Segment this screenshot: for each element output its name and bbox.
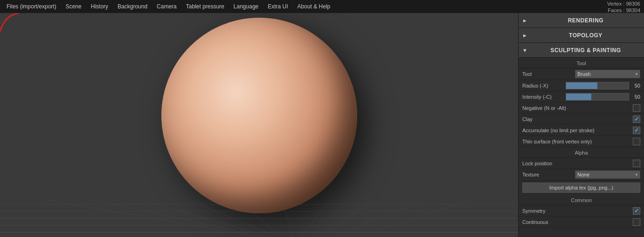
language-menu[interactable]: Language [229, 1, 263, 12]
radius-label: Radius (-X) [522, 83, 566, 88]
scene-menu[interactable]: Scene [61, 1, 86, 12]
about-help-menu[interactable]: About & Help [293, 1, 335, 12]
sculpting-section-header[interactable]: ▼ SCULPTING & PAINTING [519, 43, 644, 58]
lock-position-row: Lock position [519, 158, 644, 169]
alpha-section-label: Alpha [519, 147, 644, 158]
right-panel: ► RENDERING ► TOPOLOGY ▼ SCULPTING & PAI… [518, 13, 644, 237]
symmetry-checkbox[interactable] [633, 207, 640, 215]
topology-arrow: ► [522, 33, 527, 38]
viewport[interactable] [0, 13, 518, 237]
continuous-label: Continuous [522, 219, 633, 225]
tool-row: Tool Brush Flatten Smooth Pinch Crease [519, 68, 644, 80]
thin-surface-label: Thin surface (front vertex only) [522, 139, 633, 144]
rendering-section-header[interactable]: ► RENDERING [519, 13, 644, 28]
lock-position-checkbox[interactable] [633, 160, 640, 167]
thin-surface-control [633, 138, 640, 145]
negative-label: Negative (N or -Alt) [522, 105, 633, 111]
common-section-label: Common [519, 195, 644, 205]
radius-slider[interactable] [566, 82, 629, 89]
history-menu[interactable]: History [86, 1, 113, 12]
radius-fill [566, 82, 597, 89]
continuous-control [633, 218, 640, 226]
background-menu[interactable]: Background [113, 1, 152, 12]
texture-select-wrapper: None Texture 1 Texture 2 [575, 170, 640, 179]
3d-sphere [161, 18, 357, 213]
intensity-fill [566, 94, 591, 100]
lock-position-label: Lock position [522, 161, 633, 166]
topology-section-header[interactable]: ► TOPOLOGY [519, 28, 644, 43]
accumulate-label: Accumulate (no limit per stroke) [522, 128, 633, 133]
menu-bar: Files (import/export) Scene History Back… [0, 0, 644, 13]
radius-row: Radius (-X) 50 [519, 80, 644, 91]
lock-position-control [633, 160, 640, 167]
accumulate-control [633, 127, 640, 134]
clay-control [633, 115, 640, 123]
radius-value: 50 [631, 83, 640, 88]
tablet-pressure-menu[interactable]: Tablet pressure [181, 1, 229, 12]
vertex-faces-display: Vertex : 98306 Faces : 98304 [607, 0, 640, 14]
sphere-object [161, 18, 357, 213]
tool-select-wrapper: Brush Flatten Smooth Pinch Crease [575, 70, 640, 78]
texture-row: Texture None Texture 1 Texture 2 [519, 169, 644, 181]
intensity-value: 50 [631, 94, 640, 100]
thin-surface-checkbox[interactable] [633, 138, 640, 145]
intensity-row: Intensity (-C) 50 [519, 91, 644, 102]
thin-surface-row: Thin surface (front vertex only) [519, 136, 644, 147]
grid-floor [0, 200, 518, 237]
import-alpha-button[interactable]: Import alpha tex (jpg, png...) [522, 183, 640, 193]
red-arc-indicator [0, 13, 28, 41]
tool-select[interactable]: Brush Flatten Smooth Pinch Crease [575, 70, 640, 78]
intensity-label: Intensity (-C) [522, 94, 566, 100]
tool-section-label: Tool [519, 58, 644, 68]
negative-control [633, 104, 640, 112]
grid-svg [0, 200, 518, 237]
texture-control: None Texture 1 Texture 2 [575, 170, 640, 179]
texture-select[interactable]: None Texture 1 Texture 2 [575, 170, 640, 179]
tool-label: Tool [522, 71, 575, 77]
topology-title: TOPOLOGY [531, 32, 640, 39]
extra-ui-menu[interactable]: Extra UI [263, 1, 292, 12]
faces-count: Faces : 98304 [608, 7, 640, 14]
radius-control: 50 [566, 82, 640, 89]
accumulate-row: Accumulate (no limit per stroke) [519, 125, 644, 136]
rendering-title: RENDERING [531, 17, 640, 24]
continuous-checkbox[interactable] [633, 218, 640, 226]
continuous-row: Continuous [519, 217, 644, 228]
clay-row: Clay [519, 114, 644, 125]
tool-control: Brush Flatten Smooth Pinch Crease [575, 70, 640, 78]
main-content: ► RENDERING ► TOPOLOGY ▼ SCULPTING & PAI… [0, 13, 644, 237]
camera-menu[interactable]: Camera [152, 1, 181, 12]
negative-checkbox[interactable] [633, 104, 640, 112]
clay-checkbox[interactable] [633, 115, 640, 123]
accumulate-checkbox[interactable] [633, 127, 640, 134]
rendering-arrow: ► [522, 18, 527, 23]
intensity-slider[interactable] [566, 93, 629, 101]
symmetry-row: Symmetry [519, 205, 644, 217]
sculpting-title: SCULPTING & PAINTING [531, 47, 640, 54]
sculpting-arrow: ▼ [522, 47, 527, 53]
intensity-control: 50 [566, 93, 640, 101]
symmetry-control [633, 207, 640, 215]
clay-label: Clay [522, 116, 633, 122]
vertex-count: Vertex : 98306 [607, 0, 640, 7]
files-menu[interactable]: Files (import/export) [2, 1, 61, 12]
sculpting-section-content: Tool Tool Brush Flatten Smooth Pinch Cre… [519, 58, 644, 228]
negative-row: Negative (N or -Alt) [519, 102, 644, 114]
symmetry-label: Symmetry [522, 208, 633, 214]
texture-label: Texture [522, 172, 575, 177]
